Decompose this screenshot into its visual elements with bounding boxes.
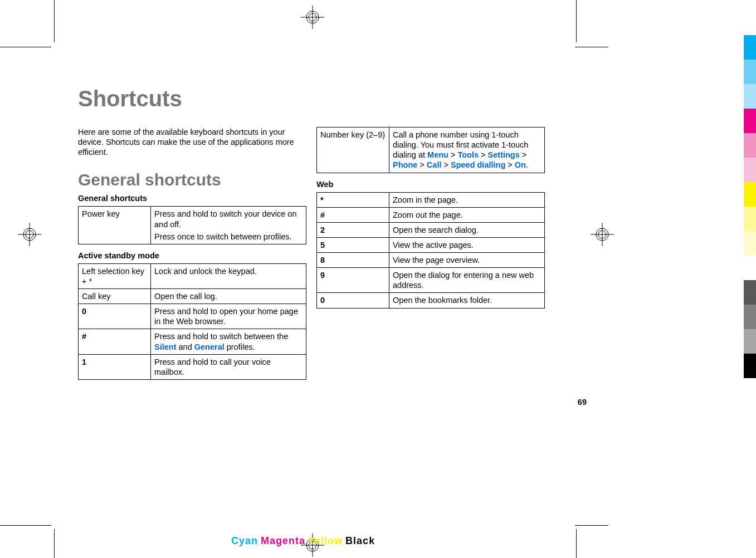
crop-mark <box>0 47 51 47</box>
standby-shortcuts-table-continued: Number key (2–9) Call a phone number usi… <box>316 127 545 173</box>
crop-mark <box>575 525 608 526</box>
table-row: 1 Press and hold to call your voice mail… <box>79 354 306 379</box>
shortcut-desc: Press and hold to open your home page in… <box>151 304 306 329</box>
table-row: *Zoom in the page. <box>317 192 545 207</box>
shortcut-desc: View the page overview. <box>389 253 545 268</box>
shortcut-key: # <box>317 207 389 222</box>
color-swatch <box>744 60 756 84</box>
table-title-web: Web <box>316 180 545 189</box>
shortcut-key: Left selection key + * <box>79 263 151 288</box>
shortcut-key: 1 <box>79 354 151 379</box>
table-row: 0 Press and hold to open your home page … <box>79 304 306 329</box>
cyan-label: Cyan <box>231 535 258 546</box>
table-title-general: General shortcuts <box>78 194 306 203</box>
color-swatch <box>744 182 756 207</box>
page-number: 69 <box>578 398 587 407</box>
color-swatch <box>744 280 756 305</box>
shortcut-desc: Zoom in the page. <box>389 192 545 207</box>
color-swatch <box>744 84 756 109</box>
color-swatch <box>744 354 756 378</box>
shortcut-key: Call key <box>79 289 151 304</box>
right-column: Number key (2–9) Call a phone number usi… <box>316 127 545 386</box>
crop-mark <box>0 525 51 526</box>
table-row: Power key Press and hold to switch your … <box>79 207 306 244</box>
color-swatch <box>744 35 756 60</box>
shortcut-key: # <box>79 329 151 354</box>
shortcut-desc: Lock and unlock the keypad. <box>151 263 306 288</box>
color-swatch <box>744 231 756 256</box>
shortcut-key: 0 <box>317 293 389 308</box>
shortcut-desc: Open the call log. <box>151 289 306 304</box>
black-label: Black <box>345 535 375 546</box>
shortcut-desc: Zoom out the page. <box>389 207 545 222</box>
color-swatch <box>744 305 756 329</box>
color-swatch <box>744 329 756 354</box>
web-shortcuts-table: *Zoom in the page. #Zoom out the page. 2… <box>316 192 545 309</box>
shortcut-desc: View the active pages. <box>389 237 545 252</box>
color-swatch <box>744 207 756 231</box>
table-row: Call key Open the call log. <box>79 289 306 304</box>
magenta-label: Magenta <box>261 535 305 546</box>
left-column: Here are some of the available keyboard … <box>78 127 306 386</box>
shortcut-key: 2 <box>317 222 389 237</box>
color-calibration-bars <box>744 35 756 378</box>
shortcut-key: Number key (2–9) <box>317 128 389 173</box>
page-title: Shortcuts <box>78 86 546 111</box>
crop-mark <box>575 47 608 47</box>
color-swatch <box>744 158 756 182</box>
table-row: Left selection key + * Lock and unlock t… <box>79 263 306 288</box>
shortcut-key: 8 <box>317 253 389 268</box>
shortcut-key: 5 <box>317 237 389 252</box>
crop-mark <box>54 529 55 558</box>
shortcut-desc: Press and hold to call your voice mailbo… <box>151 354 306 379</box>
general-shortcuts-table: Power key Press and hold to switch your … <box>78 206 306 244</box>
table-row: 9Open the dialog for entering a new web … <box>317 268 545 293</box>
shortcut-key: * <box>317 192 389 207</box>
shortcut-desc: Call a phone number using 1-touch dialin… <box>389 128 545 173</box>
table-title-standby: Active standby mode <box>78 251 306 260</box>
yellow-label: Yellow <box>308 535 343 546</box>
color-swatch <box>744 109 756 133</box>
shortcut-desc: Open the bookmarks folder. <box>389 293 545 308</box>
shortcut-desc: Press and hold to switch between the Sil… <box>151 329 306 354</box>
table-row: 0Open the bookmarks folder. <box>317 293 545 308</box>
shortcut-key: 9 <box>317 268 389 293</box>
shortcut-desc: Open the dialog for entering a new web a… <box>389 268 545 293</box>
shortcut-desc: Press and hold to switch your device on … <box>151 207 306 244</box>
registration-mark-icon <box>591 223 614 246</box>
page-content: Shortcuts Here are some of the available… <box>78 86 546 386</box>
table-row: 8View the page overview. <box>317 253 545 268</box>
standby-shortcuts-table: Left selection key + * Lock and unlock t… <box>78 263 306 380</box>
color-name-labels: Cyan Magenta Yellow Black <box>231 535 375 547</box>
crop-mark <box>576 529 577 558</box>
section-heading: General shortcuts <box>78 170 306 189</box>
crop-mark <box>576 0 577 42</box>
registration-mark-icon <box>301 6 324 29</box>
registration-mark-icon <box>18 223 41 246</box>
table-row: Number key (2–9) Call a phone number usi… <box>317 128 545 173</box>
crop-mark <box>54 0 55 42</box>
table-row: # Press and hold to switch between the S… <box>79 329 306 354</box>
table-row: #Zoom out the page. <box>317 207 545 222</box>
shortcut-key: Power key <box>79 207 151 244</box>
table-row: 5View the active pages. <box>317 237 545 252</box>
shortcut-desc: Open the search dialog. <box>389 222 545 237</box>
color-swatch <box>744 133 756 158</box>
shortcut-key: 0 <box>79 304 151 329</box>
intro-text: Here are some of the available keyboard … <box>78 127 306 157</box>
table-row: 2Open the search dialog. <box>317 222 545 237</box>
